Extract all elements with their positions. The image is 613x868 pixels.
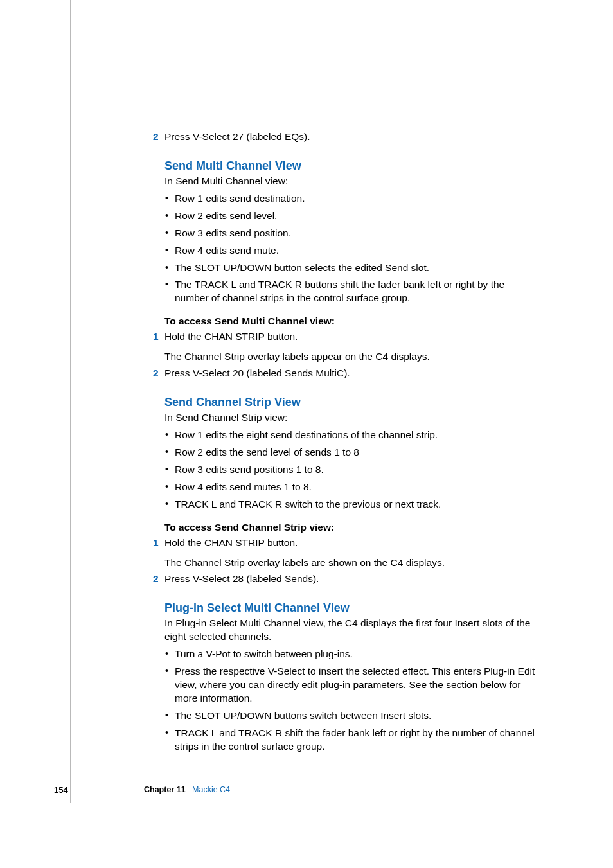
list-item: Row 3 edits send position. [164, 227, 536, 240]
result-text: The Channel Strip overlay labels appear … [164, 350, 536, 364]
bullet-list: Row 1 edits send destination. Row 2 edit… [164, 192, 536, 305]
step-row: 2 Press V-Select 20 (labeled Sends Multi… [164, 367, 536, 380]
step-text: Hold the CHAN STRIP button. [164, 536, 298, 550]
section-heading-send-multi: Send Multi Channel View [164, 159, 536, 173]
section-heading-send-channel-strip: Send Channel Strip View [164, 396, 536, 409]
bullet-list: Turn a V-Pot to switch between plug-ins.… [164, 648, 536, 753]
chapter-reference: Chapter 11 Mackie C4 [144, 785, 230, 794]
list-item: The TRACK L and TRACK R buttons shift th… [164, 278, 536, 305]
section-heading-plugin-select-multi: Plug-in Select Multi Channel View [164, 601, 536, 615]
list-item: Row 4 edits send mute. [164, 244, 536, 258]
chapter-label: Chapter 11 [144, 785, 186, 794]
list-item: Turn a V-Pot to switch between plug-ins. [164, 648, 536, 661]
section-intro: In Send Multi Channel view: [164, 175, 536, 188]
step-number: 1 [153, 331, 164, 342]
list-item: Row 4 edits send mutes 1 to 8. [164, 481, 536, 494]
step-number: 1 [153, 537, 164, 549]
list-item: Row 2 edits send level. [164, 209, 536, 223]
step-number: 2 [153, 368, 164, 379]
step-number: 2 [153, 573, 164, 585]
step-row: 1 Hold the CHAN STRIP button. [164, 330, 536, 344]
result-text: The Channel Strip overlay labels are sho… [164, 556, 536, 570]
section-intro: In Send Channel Strip view: [164, 411, 536, 425]
step-text: Press V-Select 27 (labeled EQs). [164, 130, 310, 144]
step-text: Hold the CHAN STRIP button. [164, 330, 298, 344]
procedure-title: To access Send Channel Strip view: [164, 522, 536, 533]
list-item: Press the respective V-Select to insert … [164, 665, 536, 705]
section-intro: In Plug-in Select Multi Channel view, th… [164, 617, 536, 644]
list-item: TRACK L and TRACK R switch to the previo… [164, 498, 536, 511]
page-content: 2 Press V-Select 27 (labeled EQs). Send … [0, 0, 613, 868]
list-item: The SLOT UP/DOWN buttons switch between … [164, 709, 536, 723]
step-number: 2 [153, 131, 164, 143]
list-item: Row 1 edits send destination. [164, 192, 536, 206]
step-row: 1 Hold the CHAN STRIP button. [164, 536, 536, 550]
list-item: TRACK L and TRACK R shift the fader bank… [164, 727, 536, 754]
list-item: Row 1 edits the eight send destinations … [164, 429, 536, 442]
bullet-list: Row 1 edits the eight send destinations … [164, 429, 536, 511]
step-text: Press V-Select 28 (labeled Sends). [164, 572, 319, 586]
step-row: 2 Press V-Select 28 (labeled Sends). [164, 572, 536, 586]
chapter-link[interactable]: Mackie C4 [192, 785, 230, 794]
page-number: 154 [54, 785, 68, 795]
list-item: Row 2 edits the send level of sends 1 to… [164, 446, 536, 459]
step-text: Press V-Select 20 (labeled Sends MultiC)… [164, 367, 350, 380]
list-item: Row 3 edits send positions 1 to 8. [164, 463, 536, 477]
list-item: The SLOT UP/DOWN button selects the edit… [164, 261, 536, 275]
procedure-title: To access Send Multi Channel view: [164, 315, 536, 327]
step-row: 2 Press V-Select 27 (labeled EQs). [164, 130, 536, 144]
